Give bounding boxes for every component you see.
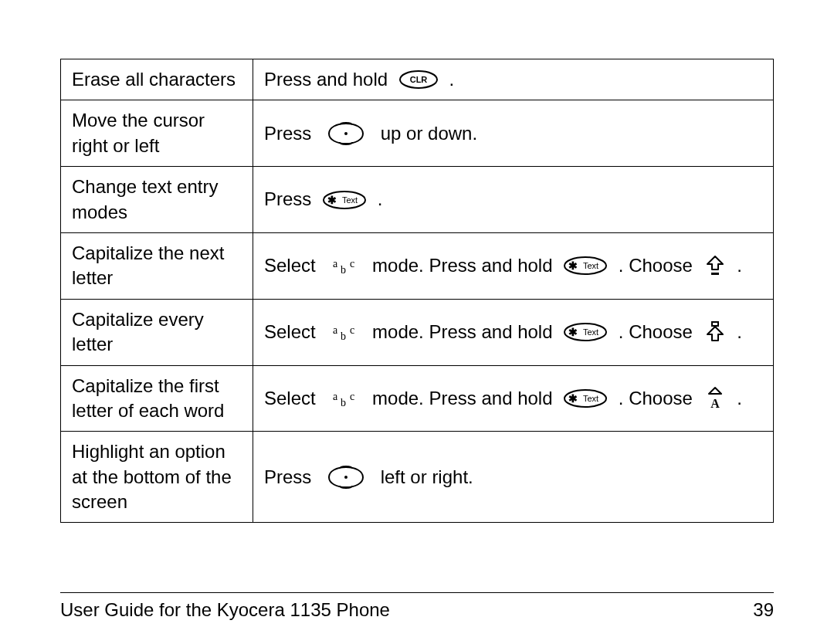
instruction-text: mode. Press and hold (367, 320, 558, 344)
text-key-icon (323, 191, 366, 209)
table-row: Highlight an option at the bottom of the… (61, 432, 774, 523)
abc-mode-icon (327, 323, 361, 341)
abc-mode-icon (327, 256, 361, 275)
instruction-label: Move the cursor right or left (61, 100, 253, 167)
footer-title: User Guide for the Kyocera 1135 Phone (60, 599, 390, 621)
page-footer: User Guide for the Kyocera 1135 Phone 39 (60, 592, 774, 621)
text-key-icon (564, 389, 607, 408)
instruction-text: Select (264, 320, 320, 344)
instruction-label: Change text entry modes (61, 167, 253, 233)
instruction-text: Press (264, 465, 317, 490)
table-row: Capitalize the first letter of each word… (61, 365, 774, 432)
instruction-label: Highlight an option at the bottom of the… (61, 432, 253, 523)
instruction-action: Press up or down. (253, 100, 774, 167)
nav-key-icon (323, 120, 369, 147)
nav-key-icon (323, 464, 369, 490)
shift-lock-icon (704, 320, 726, 344)
instruction-text: up or down. (375, 121, 477, 146)
footer-page-number: 39 (753, 599, 774, 621)
instruction-text: . (372, 187, 382, 212)
clr-key-icon (399, 70, 438, 89)
shift-word-icon (704, 386, 726, 411)
shift-once-icon (704, 254, 726, 277)
instruction-action: Press and hold . (253, 59, 774, 100)
instruction-label: Erase all characters (61, 59, 253, 100)
text-key-icon (564, 256, 607, 275)
abc-mode-icon (327, 389, 361, 408)
instruction-text: mode. Press and hold (367, 253, 558, 278)
instruction-text: . (444, 67, 454, 92)
instruction-action: Select mode. Press and hold . Choose . (253, 365, 774, 432)
instruction-text: . (732, 253, 742, 278)
instruction-text: Select (264, 386, 320, 411)
instruction-text: . Choose (613, 253, 697, 278)
instruction-text: Press (264, 187, 317, 212)
instruction-text: left or right. (375, 465, 473, 490)
instruction-text: Press and hold (264, 67, 393, 92)
instruction-text: . (732, 386, 742, 411)
instruction-table-body: Erase all charactersPress and hold .Move… (61, 59, 774, 523)
instruction-action: Select mode. Press and hold . Choose . (253, 299, 774, 365)
table-row: Erase all charactersPress and hold . (61, 59, 774, 100)
text-key-icon (564, 323, 607, 341)
instruction-table: Erase all charactersPress and hold .Move… (60, 59, 774, 523)
instruction-action: Select mode. Press and hold . Choose . (253, 232, 774, 299)
table-row: Capitalize the next letterSelect mode. P… (61, 232, 774, 299)
instruction-text: Press (264, 121, 317, 146)
instruction-action: Press left or right. (253, 432, 774, 523)
instruction-text: . Choose (613, 386, 697, 411)
instruction-text: . (732, 320, 742, 344)
table-row: Capitalize every letterSelect mode. Pres… (61, 299, 774, 365)
instruction-text: mode. Press and hold (367, 386, 558, 411)
table-row: Change text entry modesPress . (61, 167, 774, 233)
instruction-label: Capitalize the first letter of each word (61, 365, 253, 432)
manual-page: Erase all charactersPress and hold .Move… (0, 0, 834, 644)
instruction-label: Capitalize the next letter (61, 232, 253, 299)
instruction-action: Press . (253, 167, 774, 233)
instruction-label: Capitalize every letter (61, 299, 253, 365)
instruction-text: . Choose (613, 320, 697, 344)
instruction-text: Select (264, 253, 320, 278)
table-row: Move the cursor right or leftPress up or… (61, 100, 774, 167)
